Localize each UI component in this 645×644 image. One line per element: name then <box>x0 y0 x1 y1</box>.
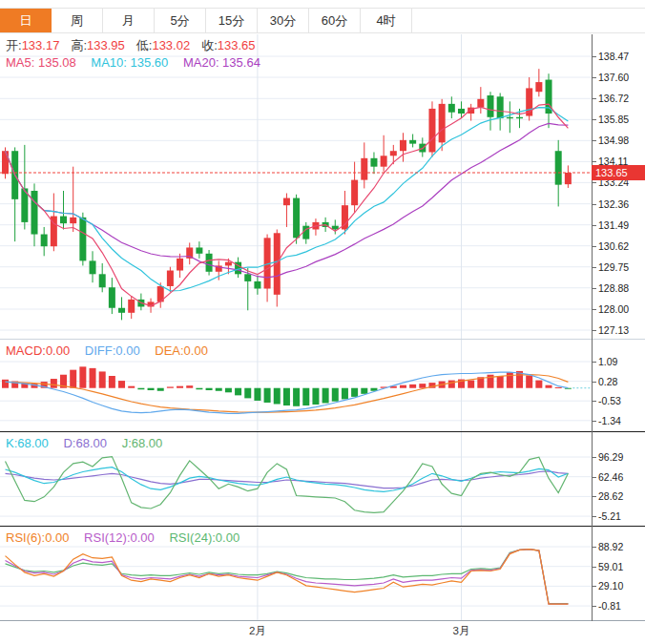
candle-body <box>99 274 106 287</box>
macd-bar <box>555 387 562 388</box>
candle-body <box>390 151 397 156</box>
candle-body <box>507 117 513 118</box>
axis-label: 128.88 <box>598 281 629 295</box>
d-value: D:68.00 <box>63 436 107 450</box>
tab-60min[interactable]: 60分 <box>309 9 361 32</box>
candle-body <box>428 109 435 153</box>
macd-bar <box>216 388 222 391</box>
axis-label: 137.60 <box>598 71 629 84</box>
axis-label: 127.13 <box>598 323 629 337</box>
close-value: 133.65 <box>218 38 256 52</box>
candle-body <box>516 117 523 118</box>
axis-tick <box>593 496 596 497</box>
open-value: 133.17 <box>22 38 60 52</box>
macd-bar <box>128 386 135 388</box>
candle-body <box>225 262 232 266</box>
tab-monthly[interactable]: 月 <box>103 9 155 32</box>
axis-tick <box>593 77 596 78</box>
candle-body <box>2 151 9 174</box>
main-candlestick-chart[interactable] <box>0 34 592 342</box>
axis-label: 0.28 <box>598 375 617 388</box>
tab-15min[interactable]: 15分 <box>206 9 258 32</box>
candle-body <box>477 99 484 108</box>
macd-bar <box>448 381 455 388</box>
rsi-readout: RSI(6):0.00 RSI(12):0.00 RSI(24):0.00 <box>6 530 243 545</box>
rsi6-line <box>6 550 569 604</box>
macd-bar <box>148 388 155 390</box>
axis-tick <box>593 246 596 247</box>
macd-bar <box>497 376 504 388</box>
axis-label: 88.92 <box>598 540 623 553</box>
candle-body <box>497 96 504 118</box>
candle-body <box>370 158 377 167</box>
panel-separator <box>0 339 645 340</box>
tab-30min[interactable]: 30分 <box>258 9 309 32</box>
ma10-value: MA10: 135.60 <box>91 55 168 70</box>
panel-separator <box>0 431 645 432</box>
axis-tick <box>593 161 596 162</box>
tab-daily[interactable]: 日 <box>0 9 52 32</box>
axis-label: 136.72 <box>598 92 629 105</box>
macd-bar <box>507 372 513 388</box>
macd-bar <box>342 388 348 400</box>
axis-label: -1.34 <box>598 414 621 427</box>
axis-label: 131.49 <box>598 218 629 232</box>
current-price-badge: 133.65 <box>592 165 645 180</box>
macd-bar <box>186 385 193 388</box>
month-label: 2月 <box>243 624 272 638</box>
macd-bar <box>419 384 426 388</box>
axis-label: 28.62 <box>598 489 623 503</box>
ma5-value: MA5: 135.08 <box>6 55 76 70</box>
macd-bar <box>167 386 174 387</box>
macd-bar <box>177 386 183 388</box>
low-value: 133.02 <box>152 38 190 52</box>
axis-label: 1.09 <box>598 355 617 368</box>
price-axis: 138.47137.60136.72135.85134.98134.11133.… <box>592 34 645 621</box>
high-value: 133.95 <box>87 38 125 52</box>
axis-label: 129.75 <box>598 260 629 274</box>
close-label: 收: <box>201 38 218 52</box>
macd-bar <box>293 388 300 406</box>
axis-label: -0.53 <box>598 394 621 407</box>
macd-bar <box>535 381 542 388</box>
macd-bar <box>283 388 290 405</box>
macd-bar <box>137 388 144 390</box>
kdj-readout: K:68.00 D:68.00 J:68.00 <box>6 436 166 450</box>
tab-5min[interactable]: 5分 <box>155 9 206 32</box>
macd-bar <box>206 388 213 390</box>
candle-body <box>79 218 86 261</box>
dea-value: DEA:0.00 <box>155 343 208 358</box>
axis-tick <box>593 382 596 383</box>
macd-bar <box>2 380 9 388</box>
macd-bar <box>546 385 552 388</box>
axis-label: 59.01 <box>598 560 623 573</box>
axis-tick <box>593 362 596 363</box>
candle-body <box>41 235 48 247</box>
axis-tick <box>593 421 596 422</box>
candle-body <box>283 198 290 206</box>
macd-bar <box>274 388 281 405</box>
axis-label: 62.46 <box>598 470 623 484</box>
macd-bar <box>157 388 164 391</box>
macd-bar <box>118 381 125 388</box>
kline-chart-app: 日 周 月 5分 15分 30分 60分 4时 开:133.17高:133.95… <box>0 0 645 644</box>
timeframe-tabbar: 日 周 月 5分 15分 30分 60分 4时 <box>0 8 645 33</box>
macd-bar <box>361 388 367 394</box>
axis-tick <box>593 567 596 568</box>
macd-bar <box>254 388 260 401</box>
axis-label: 134.98 <box>598 134 629 147</box>
macd-value: MACD:0.00 <box>6 343 70 358</box>
macd-bar <box>400 385 406 388</box>
axis-tick <box>593 182 596 183</box>
tab-weekly[interactable]: 周 <box>52 9 103 32</box>
panel-separator <box>0 526 645 527</box>
macd-bar <box>99 371 106 387</box>
macd-bar <box>351 388 358 397</box>
macd-bar <box>264 388 271 403</box>
macd-bar <box>526 375 532 387</box>
macd-bar <box>109 376 115 388</box>
candle-body <box>206 254 213 272</box>
axis-tick <box>593 56 596 57</box>
axis-label: 96.29 <box>598 450 623 464</box>
tab-4hour[interactable]: 4时 <box>361 9 412 32</box>
